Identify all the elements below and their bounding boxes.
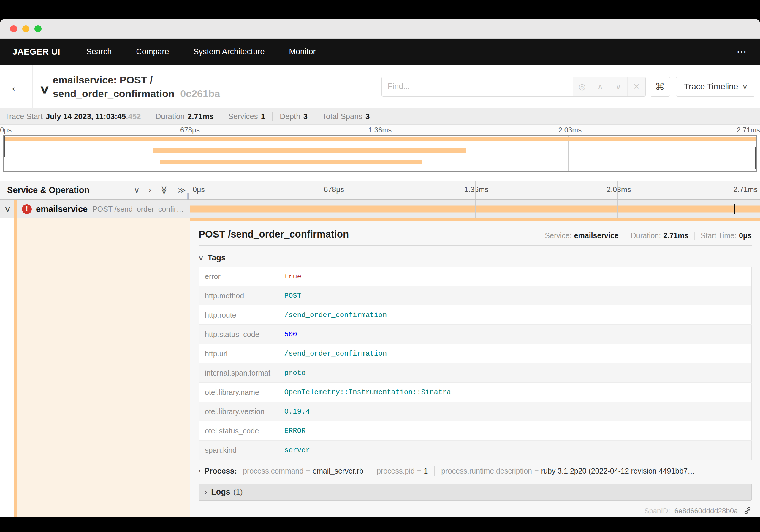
back-button[interactable]: ← xyxy=(0,65,33,108)
span-service-name: emailservice xyxy=(36,204,88,214)
tags-table: errortruehttp.methodPOSThttp.route/send_… xyxy=(199,266,752,460)
nav-item-compare[interactable]: Compare xyxy=(136,47,169,56)
trace-id: 0c261ba xyxy=(180,88,220,99)
close-window-icon[interactable] xyxy=(10,25,17,32)
tag-value: proto xyxy=(283,363,752,383)
process-item: process.runtime.description=ruby 3.1.2p2… xyxy=(441,467,695,475)
equals-sign: = xyxy=(306,467,310,475)
chevron-down-icon: ∨ xyxy=(742,83,748,90)
trace-view-label: Trace Timeline xyxy=(684,82,738,91)
minimap-right-handle[interactable] xyxy=(755,147,756,169)
find-input[interactable] xyxy=(382,77,573,96)
tag-value: OpenTelemetry::Instrumentation::Sinatra xyxy=(283,383,752,402)
process-section-toggle[interactable]: › Process: process.command=email_server.… xyxy=(199,466,752,476)
collapse-one-icon[interactable]: ∨ xyxy=(134,185,140,195)
tag-value: server xyxy=(283,441,752,460)
divider xyxy=(315,112,315,121)
span-row-emailservice[interactable]: ∨ ! emailservice POST /send_order_confir… xyxy=(0,200,760,218)
span-detail-panel: POST /send_order_confirmation Service:em… xyxy=(190,218,760,517)
tick-label: 1.36ms xyxy=(368,126,392,134)
tags-section-toggle[interactable]: ∨ Tags xyxy=(199,253,752,263)
logs-section-toggle[interactable]: › Logs (1) xyxy=(199,484,752,501)
gridline xyxy=(475,200,476,218)
tick-label: 2.03ms xyxy=(558,126,582,134)
nav-item-system-architecture[interactable]: System Architecture xyxy=(193,47,264,56)
minimap-tick-labels: 0μs678μs1.36ms2.03ms2.71ms xyxy=(0,125,760,135)
stat-value: emailservice xyxy=(574,231,619,240)
minimap-scrubber[interactable] xyxy=(3,135,757,171)
tag-key: otel.library.version xyxy=(199,402,283,421)
summary-value: 1 xyxy=(261,112,265,121)
target-icon: ◎ xyxy=(579,82,586,91)
error-badge-icon: ! xyxy=(22,204,32,214)
summary-item: Depth3 xyxy=(280,112,308,121)
divider xyxy=(199,245,752,246)
expand-all-icon[interactable]: ≫ xyxy=(177,185,186,195)
gridline xyxy=(475,181,476,199)
tick-label: 678μs xyxy=(180,126,200,134)
nav-item-search[interactable]: Search xyxy=(86,47,112,56)
log-marker-tick[interactable] xyxy=(735,204,736,214)
chevron-down-icon: ∨ xyxy=(615,82,621,91)
nav-menu: SearchCompareSystem ArchitectureMonitor xyxy=(86,47,316,56)
process-section-label: Process: xyxy=(204,466,237,476)
top-nav: JAEGER UI SearchCompareSystem Architectu… xyxy=(0,39,760,65)
collapse-all-icon[interactable]: ≫ xyxy=(160,186,169,194)
next-result-button[interactable]: ∨ xyxy=(609,77,627,96)
chevron-right-icon: › xyxy=(205,488,207,496)
process-value: 1 xyxy=(424,467,428,475)
summary-value-muted: .452 xyxy=(126,112,141,121)
tag-row: errortrue xyxy=(199,267,752,286)
stat-label: Service: xyxy=(545,231,571,240)
link-icon[interactable] xyxy=(743,507,752,516)
column-resizer-handle[interactable]: ∥ xyxy=(186,192,189,200)
equals-sign: = xyxy=(417,467,422,475)
tag-value: /send_order_confirmation xyxy=(283,344,752,363)
summary-item: Duration2.71ms xyxy=(156,112,214,121)
span-expander-icon[interactable]: ∨ xyxy=(4,205,11,214)
tag-row: http.methodPOST xyxy=(199,286,752,306)
app-brand[interactable]: JAEGER UI xyxy=(13,47,60,57)
expand-collapse-controls: ∨ › ≫ ≫ xyxy=(134,185,186,195)
divider xyxy=(694,231,695,240)
zoom-window-icon[interactable] xyxy=(34,25,42,32)
nav-item-monitor[interactable]: Monitor xyxy=(289,47,316,56)
trace-title-line2: send_order_confirmation xyxy=(53,88,174,99)
tag-key: http.status_code xyxy=(199,325,283,344)
trace-view-dropdown[interactable]: Trace Timeline ∨ xyxy=(676,76,755,97)
span-indent-fill xyxy=(17,218,190,517)
tag-row: internal.span.formatproto xyxy=(199,363,752,383)
tag-key: internal.span.format xyxy=(199,363,283,383)
summary-value: July 14 2023, 11:03:45 xyxy=(46,112,126,121)
mac-titlebar xyxy=(0,19,760,39)
span-color-stripe xyxy=(14,218,17,517)
gridline xyxy=(333,181,333,199)
timeline-grid-header: Service & Operation ∨ › ≫ ≫ ∥ 0μs678μs1.… xyxy=(0,181,760,200)
span-detail-header: POST /send_order_confirmation Service:em… xyxy=(199,229,752,240)
span-detail-title: POST /send_order_confirmation xyxy=(199,229,349,240)
nav-overflow-icon[interactable]: ⋯ xyxy=(736,46,747,58)
summary-value: 2.71ms xyxy=(188,112,214,121)
span-detail-stats: Service:emailserviceDuration:2.71msStart… xyxy=(545,231,752,240)
expand-one-icon[interactable]: › xyxy=(148,185,151,195)
match-highlight-button[interactable]: ◎ xyxy=(573,77,591,96)
keyboard-shortcuts-button[interactable]: ⌘ xyxy=(650,76,670,97)
trace-title: emailservice: POST / send_order_confirma… xyxy=(53,73,220,100)
process-kv-list: process.command=email_server.rbprocess.p… xyxy=(243,466,695,476)
span-detail-row: POST /send_order_confirmation Service:em… xyxy=(0,218,760,517)
span-row-name-cell[interactable]: ∨ ! emailservice POST /send_order_confir… xyxy=(0,200,190,218)
chevron-right-icon: › xyxy=(199,467,201,475)
minimap-left-handle[interactable] xyxy=(4,136,5,157)
trace-collapse-toggle[interactable]: ∨ xyxy=(39,83,50,96)
tag-key: otel.library.name xyxy=(199,383,283,402)
prev-result-button[interactable]: ∧ xyxy=(591,77,609,96)
tag-row: otel.library.version0.19.4 xyxy=(199,402,752,421)
trace-page-header: ← ∨ emailservice: POST / send_order_conf… xyxy=(0,65,760,108)
tag-value: 0.19.4 xyxy=(283,402,752,421)
minimize-window-icon[interactable] xyxy=(22,25,29,32)
clear-search-button[interactable]: ✕ xyxy=(627,77,645,96)
process-value: ruby 3.1.2p20 (2022-04-12 revision 4491b… xyxy=(541,467,695,475)
divider xyxy=(221,112,221,121)
span-bar-cell[interactable] xyxy=(190,200,760,218)
logs-count: (1) xyxy=(233,487,243,497)
